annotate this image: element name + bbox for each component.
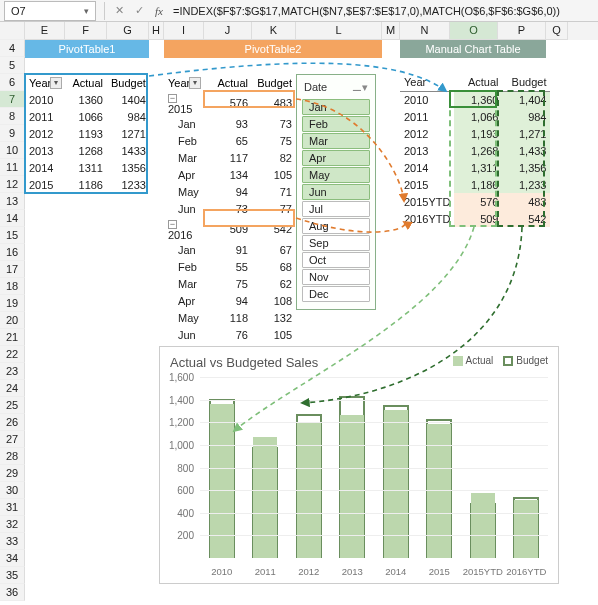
row-header-10[interactable]: 10 bbox=[0, 142, 25, 159]
formula-bar: O7 ▾ ✕ ✓ fx =INDEX($F$7:$G$17,MATCH($N7,… bbox=[0, 0, 598, 22]
table-row[interactable]: Feb6575 bbox=[164, 132, 296, 149]
name-box-dropdown-icon[interactable]: ▾ bbox=[84, 6, 89, 16]
col-header-E[interactable]: E bbox=[25, 22, 65, 40]
xlabel: 2012 bbox=[287, 566, 331, 577]
mct-header[interactable]: Year bbox=[400, 74, 454, 91]
row-header-21[interactable]: 21 bbox=[0, 329, 25, 346]
col-header-P[interactable]: P bbox=[498, 22, 546, 40]
spreadsheet-grid: EFGHIJKLMNOPQ 45678910111213141516171819… bbox=[0, 22, 598, 605]
row-header-31[interactable]: 31 bbox=[0, 499, 25, 516]
pt2-header[interactable]: Budget bbox=[252, 74, 296, 91]
row-header-20[interactable]: 20 bbox=[0, 312, 25, 329]
pt2-header[interactable]: Actual bbox=[204, 74, 252, 91]
row-header-23[interactable]: 23 bbox=[0, 363, 25, 380]
col-header-K[interactable]: K bbox=[252, 22, 296, 40]
table-row[interactable]: Feb5568 bbox=[164, 258, 296, 275]
xlabel: 2015 bbox=[418, 566, 462, 577]
name-box[interactable]: O7 ▾ bbox=[4, 1, 96, 21]
formula-cancel-icon[interactable]: ✕ bbox=[109, 4, 129, 17]
row-header-13[interactable]: 13 bbox=[0, 193, 25, 210]
col-header-M[interactable]: M bbox=[382, 22, 400, 40]
row-header-36[interactable]: 36 bbox=[0, 584, 25, 601]
row-header-16[interactable]: 16 bbox=[0, 244, 25, 261]
pivottable1-outline bbox=[24, 73, 148, 194]
slicer-item[interactable]: Mar bbox=[302, 133, 370, 149]
col-header-G[interactable]: G bbox=[107, 22, 149, 40]
ytick: 200 bbox=[177, 530, 194, 541]
table-row[interactable]: May9471 bbox=[164, 183, 296, 200]
chart-legend: Actual Budget bbox=[453, 355, 549, 366]
slicer-item[interactable]: Aug bbox=[302, 218, 370, 234]
col-header-N[interactable]: N bbox=[400, 22, 450, 40]
row-header-5[interactable]: 5 bbox=[0, 57, 25, 74]
select-all-corner[interactable] bbox=[0, 22, 25, 40]
row-header-33[interactable]: 33 bbox=[0, 533, 25, 550]
row-header-35[interactable]: 35 bbox=[0, 567, 25, 584]
ytick: 1,600 bbox=[169, 372, 194, 383]
slicer-item[interactable]: Jun bbox=[302, 184, 370, 200]
table-row[interactable]: May118132 bbox=[164, 309, 296, 326]
row-header-25[interactable]: 25 bbox=[0, 397, 25, 414]
row-header-11[interactable]: 11 bbox=[0, 159, 25, 176]
slicer-item[interactable]: Oct bbox=[302, 252, 370, 268]
table-row[interactable]: Jun76105 bbox=[164, 326, 296, 343]
row-header-12[interactable]: 12 bbox=[0, 176, 25, 193]
chart[interactable]: Actual vs Budgeted Sales Actual Budget 2… bbox=[159, 346, 559, 584]
xlabel: 2014 bbox=[374, 566, 418, 577]
row-header-8[interactable]: 8 bbox=[0, 108, 25, 125]
active-cell-indicator bbox=[449, 90, 497, 108]
formula-accept-icon[interactable]: ✓ bbox=[129, 4, 149, 17]
mct-header[interactable]: Budget bbox=[502, 74, 550, 91]
slicer-item[interactable]: Dec bbox=[302, 286, 370, 302]
col-header-F[interactable]: F bbox=[65, 22, 107, 40]
slicer-item[interactable]: Sep bbox=[302, 235, 370, 251]
col-header-L[interactable]: L bbox=[296, 22, 382, 40]
row-header-29[interactable]: 29 bbox=[0, 465, 25, 482]
col-header-H[interactable]: H bbox=[149, 22, 164, 40]
date-slicer[interactable]: Date ⚊▾ JanFebMarAprMayJunJulAugSepOctNo… bbox=[296, 74, 376, 310]
row-header-7[interactable]: 7 bbox=[0, 91, 25, 108]
table-row[interactable]: Mar7562 bbox=[164, 275, 296, 292]
fx-icon[interactable]: fx bbox=[149, 5, 169, 17]
row-header-15[interactable]: 15 bbox=[0, 227, 25, 244]
chart-plot-area bbox=[200, 377, 548, 558]
row-header-24[interactable]: 24 bbox=[0, 380, 25, 397]
table-row[interactable]: Jan9167 bbox=[164, 241, 296, 258]
row-header-6[interactable]: 6 bbox=[0, 74, 25, 91]
row-header-22[interactable]: 22 bbox=[0, 346, 25, 363]
table-row[interactable]: Apr94108 bbox=[164, 292, 296, 309]
slicer-item[interactable]: Feb bbox=[302, 116, 370, 132]
slicer-item[interactable]: Jul bbox=[302, 201, 370, 217]
row-header-9[interactable]: 9 bbox=[0, 125, 25, 142]
slicer-filter-icon[interactable]: ⚊▾ bbox=[352, 81, 368, 94]
name-box-value: O7 bbox=[11, 5, 26, 17]
table-row[interactable]: Apr134105 bbox=[164, 166, 296, 183]
formula-text[interactable]: =INDEX($F$7:$G$17,MATCH($N7,$E$7:$E$17,0… bbox=[169, 5, 598, 17]
row-header-28[interactable]: 28 bbox=[0, 448, 25, 465]
row-header-34[interactable]: 34 bbox=[0, 550, 25, 567]
row-header-4[interactable]: 4 bbox=[0, 40, 25, 57]
slicer-item[interactable]: Apr bbox=[302, 150, 370, 166]
table-row[interactable]: Mar11782 bbox=[164, 149, 296, 166]
row-header-18[interactable]: 18 bbox=[0, 278, 25, 295]
table-row[interactable]: Jan9373 bbox=[164, 115, 296, 132]
col-header-I[interactable]: I bbox=[164, 22, 204, 40]
row-header-19[interactable]: 19 bbox=[0, 295, 25, 312]
ytick: 1,200 bbox=[169, 417, 194, 428]
slicer-item[interactable]: Jan bbox=[302, 99, 370, 115]
slicer-item[interactable]: May bbox=[302, 167, 370, 183]
col-header-O[interactable]: O bbox=[450, 22, 498, 40]
row-header-32[interactable]: 32 bbox=[0, 516, 25, 533]
row-header-30[interactable]: 30 bbox=[0, 482, 25, 499]
slicer-item[interactable]: Nov bbox=[302, 269, 370, 285]
col-header-Q[interactable]: Q bbox=[546, 22, 568, 40]
col-header-J[interactable]: J bbox=[204, 22, 252, 40]
row-header-27[interactable]: 27 bbox=[0, 431, 25, 448]
row-header-14[interactable]: 14 bbox=[0, 210, 25, 227]
row-header-26[interactable]: 26 bbox=[0, 414, 25, 431]
mct-header[interactable]: Actual bbox=[454, 74, 502, 91]
pivottable1-banner: PivotTable1 bbox=[25, 40, 149, 58]
column-headers: EFGHIJKLMNOPQ bbox=[0, 22, 598, 40]
row-header-17[interactable]: 17 bbox=[0, 261, 25, 278]
pt2-header[interactable]: Year bbox=[164, 74, 204, 91]
